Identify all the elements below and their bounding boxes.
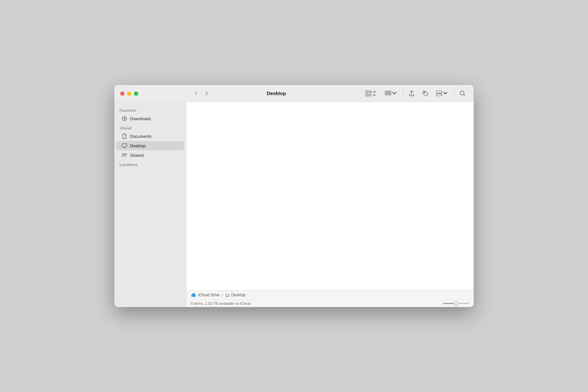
status-bottom: 0 items, 1.02 TB available on iCloud: [186, 300, 474, 307]
svg-rect-16: [122, 144, 127, 147]
sidebar-item-shared[interactable]: Shared: [116, 151, 184, 160]
svg-rect-0: [366, 90, 368, 92]
minimize-button[interactable]: [127, 91, 131, 96]
file-content: [186, 102, 474, 290]
file-area: iCloud Drive › 🗂 Desktop 0 items, 1.02 T…: [186, 102, 474, 307]
sidebar-item-documents-label: Documents: [130, 134, 152, 139]
finder-window: Desktop: [114, 85, 474, 307]
icloud-drive-label: iCloud Drive: [198, 293, 220, 297]
zoom-slider-container[interactable]: [443, 303, 469, 304]
locations-section-label: Locations: [114, 160, 186, 168]
svg-rect-7: [385, 93, 387, 95]
content-titlebar: Desktop: [186, 85, 474, 102]
sidebar-item-downloads-label: Downloads: [130, 116, 151, 121]
desktop-icon: [122, 143, 127, 149]
search-button[interactable]: [457, 89, 468, 98]
view-icon-button[interactable]: [363, 89, 380, 98]
sidebar-item-documents[interactable]: Documents: [116, 132, 184, 141]
zoom-slider-thumb[interactable]: [454, 301, 458, 306]
svg-rect-8: [387, 93, 389, 95]
breadcrumb-desktop-label: Desktop: [231, 293, 246, 297]
svg-rect-2: [366, 94, 368, 96]
breadcrumb-bar: iCloud Drive › 🗂 Desktop: [186, 290, 474, 300]
maximize-button[interactable]: [134, 91, 138, 96]
tag-button[interactable]: [419, 89, 431, 98]
favorites-section-label: Favorites: [114, 106, 186, 114]
sidebar-item-downloads[interactable]: Downloads: [116, 114, 184, 123]
toolbar-separator-2: [454, 90, 454, 97]
svg-point-13: [440, 93, 441, 94]
svg-point-18: [125, 154, 126, 155]
toolbar-separator-1: [403, 90, 403, 97]
shared-icon: [122, 152, 127, 158]
sidebar-item-desktop[interactable]: Desktop: [116, 141, 184, 150]
folder-icon-small: 🗂: [225, 292, 230, 298]
sidebar-item-shared-label: Shared: [130, 153, 144, 158]
svg-point-10: [424, 92, 425, 93]
main-content: Favorites Downloads iCloud: [114, 102, 474, 307]
breadcrumb-separator: ›: [221, 293, 223, 298]
status-text: 0 items, 1.02 TB available on iCloud: [191, 302, 251, 305]
zoom-slider[interactable]: [443, 303, 469, 304]
titlebar: Desktop: [114, 85, 474, 102]
toolbar-actions: [363, 89, 468, 98]
breadcrumb-desktop[interactable]: 🗂 Desktop: [225, 292, 246, 298]
sidebar-titlebar: [114, 91, 186, 96]
svg-point-17: [122, 154, 124, 155]
sidebar-item-desktop-label: Desktop: [130, 143, 146, 148]
breadcrumb-icloud-drive[interactable]: iCloud Drive: [191, 293, 220, 297]
document-icon: [122, 133, 127, 139]
svg-rect-5: [387, 91, 389, 92]
sidebar: Favorites Downloads iCloud: [114, 102, 186, 307]
more-button[interactable]: [433, 89, 451, 98]
window-title: Desktop: [190, 90, 363, 96]
close-button[interactable]: [120, 91, 124, 96]
svg-point-11: [437, 93, 438, 94]
view-gallery-button[interactable]: [382, 89, 400, 98]
svg-point-12: [439, 93, 440, 94]
download-icon: [122, 116, 127, 122]
icloud-section-label: iCloud: [114, 123, 186, 131]
share-button[interactable]: [406, 89, 417, 98]
icloud-icon: [191, 293, 197, 297]
svg-rect-4: [385, 91, 387, 92]
statusbar: iCloud Drive › 🗂 Desktop 0 items, 1.02 T…: [186, 290, 474, 307]
